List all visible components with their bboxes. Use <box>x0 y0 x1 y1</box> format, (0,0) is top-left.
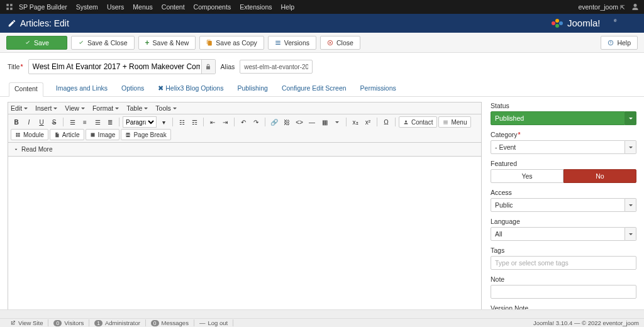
copy-icon <box>206 40 213 46</box>
featured-yes[interactable]: Yes <box>491 169 564 183</box>
title-input[interactable] <box>28 59 216 74</box>
editor-body[interactable] <box>8 156 482 327</box>
source-button[interactable]: <> <box>294 116 305 128</box>
editor-menu-format[interactable]: Format <box>92 104 119 112</box>
tab-configure-edit[interactable]: Configure Edit Screen <box>280 82 348 96</box>
underline-button[interactable]: U <box>36 116 47 128</box>
menu-menus[interactable]: Menus <box>133 3 153 11</box>
indent-button[interactable]: ⇥ <box>219 116 231 128</box>
tab-images-links[interactable]: Images and Links <box>55 82 109 96</box>
messages-link[interactable]: 0Messages <box>146 319 194 326</box>
save-new-button[interactable]: +Save & New <box>138 36 196 50</box>
action-toolbar: Save Save & Close +Save & New Save as Co… <box>0 33 644 53</box>
save-copy-button[interactable]: Save as Copy <box>199 36 264 50</box>
menu-users[interactable]: Users <box>107 3 124 11</box>
save-button[interactable]: Save <box>6 36 67 50</box>
editor-menu-tools[interactable]: Tools <box>155 104 177 112</box>
link-button[interactable]: 🔗 <box>269 116 280 128</box>
image-button[interactable]: Image <box>86 129 120 140</box>
tags-input[interactable] <box>491 256 636 270</box>
table-button[interactable]: ▦ <box>319 116 330 128</box>
article-button[interactable]: Article <box>50 129 84 140</box>
status-select[interactable]: Published <box>491 111 636 125</box>
table-dropdown[interactable] <box>331 116 343 128</box>
menu-system[interactable]: System <box>76 3 98 11</box>
help-button[interactable]: ?Help <box>601 36 638 50</box>
editor-menu-edit[interactable]: Edit <box>11 104 28 112</box>
menu-sp-page-builder[interactable]: SP Page Builder <box>19 3 67 11</box>
editor-menubar: Edit Insert View Format Table Tools <box>8 102 482 114</box>
tab-helix3[interactable]: ✖ Helix3 Blog Options <box>157 82 225 96</box>
language-value: All <box>491 227 625 241</box>
main-layout: Edit Insert View Format Table Tools B I … <box>0 97 644 327</box>
svg-point-3 <box>559 21 563 25</box>
top-menu: SP Page Builder System Users Menus Conte… <box>19 3 294 11</box>
featured-toggle[interactable]: Yes No <box>491 169 636 183</box>
tab-content[interactable]: Content <box>9 82 43 97</box>
align-left-button[interactable]: ☰ <box>67 116 78 128</box>
readmore-button[interactable]: Read More <box>11 145 55 154</box>
view-site-link[interactable]: View Site <box>5 319 48 326</box>
tab-publishing[interactable]: Publishing <box>236 82 269 96</box>
versions-button[interactable]: Versions <box>268 36 316 50</box>
menu-content[interactable]: Content <box>162 3 185 11</box>
module-icon <box>15 132 21 138</box>
pagebreak-button[interactable]: Page Break <box>121 129 170 140</box>
bold-button[interactable]: B <box>11 116 22 128</box>
redo-button[interactable]: ↷ <box>250 116 262 128</box>
editor-menu-insert[interactable]: Insert <box>35 104 57 112</box>
number-list-button[interactable]: ☶ <box>189 116 200 128</box>
bullet-list-button[interactable]: ☷ <box>176 116 187 128</box>
page-header: Articles: Edit Joomla!® <box>0 14 644 33</box>
category-select[interactable]: - Event <box>491 140 636 154</box>
outdent-button[interactable]: ⇤ <box>207 116 218 128</box>
specialchar-button[interactable]: Ω <box>380 116 392 128</box>
editor-menu-table[interactable]: Table <box>126 104 148 112</box>
close-button[interactable]: Close <box>320 36 360 50</box>
italic-button[interactable]: I <box>23 116 35 128</box>
help-icon: ? <box>608 40 614 46</box>
undo-button[interactable]: ↶ <box>238 116 249 128</box>
contact-button[interactable]: Contact <box>399 116 437 128</box>
sidebar: Status Published Category* - Event Featu… <box>491 102 636 327</box>
menu-extensions[interactable]: Extensions <box>240 3 272 11</box>
site-link[interactable]: eventor_joom⇱ <box>578 3 625 11</box>
svg-text:Joomla!: Joomla! <box>567 18 601 28</box>
editor-menu-view[interactable]: View <box>65 104 85 112</box>
administrators-link[interactable]: 1Administrator <box>89 319 146 326</box>
access-value: Public <box>491 198 625 212</box>
note-input[interactable] <box>491 285 636 299</box>
save-close-button[interactable]: Save & Close <box>71 36 135 50</box>
tab-options[interactable]: Options <box>120 82 145 96</box>
unlink-button[interactable]: ⛓ <box>281 116 292 128</box>
align-center-button[interactable]: ≡ <box>79 116 91 128</box>
category-value: - Event <box>491 140 625 154</box>
access-select[interactable]: Public <box>491 198 636 212</box>
alias-input[interactable] <box>240 60 313 74</box>
strikethrough-button[interactable]: S <box>48 116 60 128</box>
tab-permissions[interactable]: Permissions <box>359 82 397 96</box>
menu-help[interactable]: Help <box>281 3 295 11</box>
page-title: Articles: Edit <box>20 18 69 28</box>
menu-insert-button[interactable]: Menu <box>438 116 471 128</box>
menu-icon <box>443 119 448 125</box>
module-button[interactable]: Module <box>11 129 48 140</box>
styles-dropdown[interactable]: ▾ <box>158 116 169 128</box>
user-icon[interactable] <box>631 3 639 11</box>
svg-text:®: ® <box>614 19 617 23</box>
category-label: Category* <box>491 131 636 138</box>
align-justify-button[interactable]: ≣ <box>104 116 116 128</box>
featured-no[interactable]: No <box>564 169 636 183</box>
lock-icon[interactable] <box>201 60 215 74</box>
paragraph-format-select[interactable]: Paragraph <box>123 116 157 128</box>
language-select[interactable]: All <box>491 227 636 241</box>
hr-button[interactable]: — <box>306 116 318 128</box>
logout-link[interactable]: —Log out <box>194 319 233 326</box>
subscript-button[interactable]: x₂ <box>350 116 361 128</box>
pagebreak-icon <box>125 132 131 138</box>
align-right-button[interactable]: ☰ <box>92 116 103 128</box>
superscript-button[interactable]: x² <box>362 116 374 128</box>
visitors-link[interactable]: 0Visitors <box>48 319 89 326</box>
menu-components[interactable]: Components <box>194 3 231 11</box>
status-value: Published <box>491 111 625 125</box>
